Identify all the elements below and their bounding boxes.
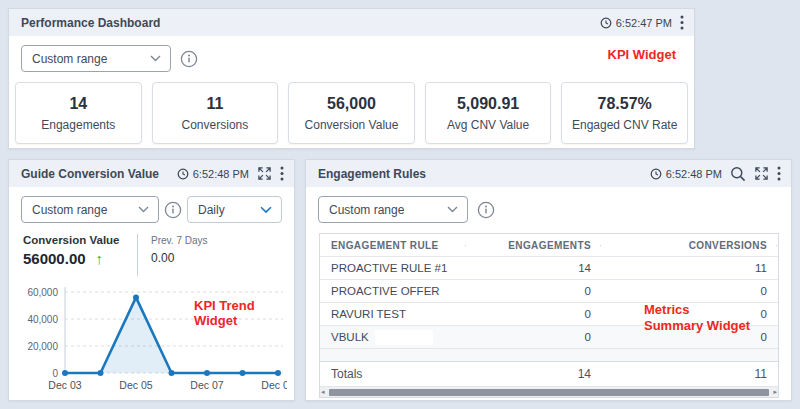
engagements-value: 14 xyxy=(466,262,601,274)
annotation-summary-widget: Summary Widget xyxy=(644,319,750,334)
panel-header: Performance Dashboard 6:52:47 PM xyxy=(9,9,694,36)
rule-name: PROACTIVE OFFER xyxy=(321,285,466,297)
scroll-left-arrow-icon[interactable]: ◂ xyxy=(321,388,325,396)
date-range-select[interactable]: Custom range xyxy=(318,196,468,223)
rule-name: RAVURI TEST xyxy=(321,308,466,320)
rule-name: PROACTIVE RULE #1 xyxy=(321,262,466,274)
trend-up-arrow-icon: ↑ xyxy=(96,251,104,266)
kpi-value: 56,000 xyxy=(327,95,376,113)
kebab-menu-icon[interactable] xyxy=(777,166,781,181)
clock-icon xyxy=(177,168,189,180)
kpi-value: 78.57% xyxy=(598,95,652,113)
last-refresh-time: 6:52:48 PM xyxy=(177,168,249,180)
panel-title: Engagement Rules xyxy=(318,167,650,181)
kpi-label: Engagements xyxy=(41,118,115,132)
kpi-card-engagements: 14 Engagements xyxy=(15,82,142,144)
kebab-menu-icon[interactable] xyxy=(280,166,284,181)
svg-text:40,000: 40,000 xyxy=(27,314,58,325)
conversions-value: 11 xyxy=(601,262,777,274)
kpi-label: Conversion Value xyxy=(305,118,399,132)
previous-period-value: 0.00 xyxy=(151,251,208,265)
rule-name: VBULK xyxy=(321,330,466,345)
table-spacer-row xyxy=(320,349,778,362)
divider xyxy=(137,234,138,276)
kebab-menu-icon[interactable] xyxy=(680,15,684,30)
kpi-value: 14 xyxy=(69,95,87,113)
chevron-down-icon xyxy=(447,206,458,213)
kpi-value: 5,090.91 xyxy=(457,95,519,113)
kpi-card-avg-cnv-value: 5,090.91 Avg CNV Value xyxy=(425,82,552,144)
expand-icon[interactable] xyxy=(257,166,272,181)
totals-engagements: 14 xyxy=(466,367,601,381)
last-refresh-time: 6:52:47 PM xyxy=(600,17,672,29)
scroll-right-arrow-icon[interactable]: ▸ xyxy=(773,388,777,396)
panel-header: Guide Conversion Value 6:52:48 PM xyxy=(9,160,294,187)
conversions-value: 0 xyxy=(601,285,777,297)
horizontal-scrollbar[interactable]: ◂ ▸ xyxy=(320,386,778,397)
engagements-value: 0 xyxy=(466,308,601,320)
kpi-widget-panel: Performance Dashboard 6:52:47 PM Custom … xyxy=(8,8,695,149)
info-icon[interactable] xyxy=(164,201,182,219)
svg-text:Dec 05: Dec 05 xyxy=(119,379,152,391)
expand-icon[interactable] xyxy=(754,166,769,181)
kpi-value: 11 xyxy=(206,95,223,113)
kpi-metric-label: Conversion Value xyxy=(23,234,135,246)
info-icon[interactable] xyxy=(180,50,198,68)
column-header-engagements[interactable]: ENGAGEMENTS xyxy=(466,240,601,251)
panel-header: Engagement Rules 6:52:48 PM xyxy=(306,160,791,187)
search-icon[interactable] xyxy=(730,166,746,182)
kpi-label: Avg CNV Value xyxy=(447,118,529,132)
clock-icon xyxy=(600,17,612,29)
chevron-down-icon xyxy=(150,55,161,62)
date-range-select[interactable]: Custom range xyxy=(21,196,159,223)
totals-label: Totals xyxy=(321,367,466,381)
clock-icon xyxy=(650,168,662,180)
kpi-label: Conversions xyxy=(182,118,249,132)
redaction-box xyxy=(375,330,433,345)
chevron-down-icon xyxy=(138,206,149,213)
engagements-value: 0 xyxy=(466,331,601,343)
table-header-row: ENGAGEMENT RULE ENGAGEMENTS CONVERSIONS xyxy=(320,234,778,257)
kpi-card-conversions: 11 Conversions xyxy=(152,82,279,144)
kpi-label: Engaged CNV Rate xyxy=(572,118,677,132)
chevron-down-icon xyxy=(260,206,272,214)
totals-conversions: 11 xyxy=(601,367,777,381)
engagements-value: 0 xyxy=(466,285,601,297)
annotation-metrics: Metrics xyxy=(644,303,690,318)
scrollbar-thumb[interactable] xyxy=(329,389,769,396)
date-range-select[interactable]: Custom range xyxy=(21,45,171,72)
svg-text:Dec 03: Dec 03 xyxy=(48,379,81,391)
svg-text:0: 0 xyxy=(52,368,58,379)
table-totals-row: Totals 14 11 xyxy=(320,362,778,386)
table-row[interactable]: PROACTIVE OFFER 0 0 xyxy=(320,280,778,303)
svg-text:Dec 07: Dec 07 xyxy=(190,379,223,391)
kpi-card-conversion-value: 56,000 Conversion Value xyxy=(288,82,415,144)
info-icon[interactable] xyxy=(477,201,495,219)
last-refresh-time: 6:52:48 PM xyxy=(650,168,722,180)
svg-text:Dec 09: Dec 09 xyxy=(261,379,287,391)
kpi-metric-value: 56000.00 xyxy=(23,250,86,267)
metrics-summary-widget-panel: Engagement Rules 6:52:48 PM Custom range xyxy=(305,159,792,401)
engagement-rules-table: ENGAGEMENT RULE ENGAGEMENTS CONVERSIONS … xyxy=(319,233,779,398)
table-row[interactable]: PROACTIVE RULE #1 14 11 xyxy=(320,257,778,280)
svg-text:20,000: 20,000 xyxy=(27,341,58,352)
interval-select[interactable]: Daily xyxy=(187,196,282,223)
panel-title: Performance Dashboard xyxy=(21,16,600,30)
panel-title: Guide Conversion Value xyxy=(21,167,177,181)
kpi-card-engaged-cnv-rate: 78.57% Engaged CNV Rate xyxy=(561,82,688,144)
previous-period-label: Prev. 7 Days xyxy=(151,235,208,246)
annotation-kpi-widget: KPI Widget xyxy=(608,48,677,63)
column-header-rule[interactable]: ENGAGEMENT RULE xyxy=(321,240,466,251)
column-header-conversions[interactable]: CONVERSIONS xyxy=(601,240,777,251)
kpi-trend-widget-panel: Guide Conversion Value 6:52:48 PM Custom… xyxy=(8,159,295,401)
svg-text:60,000: 60,000 xyxy=(27,287,58,298)
annotation-kpi-trend-widget: KPI Trend Widget xyxy=(194,299,272,329)
